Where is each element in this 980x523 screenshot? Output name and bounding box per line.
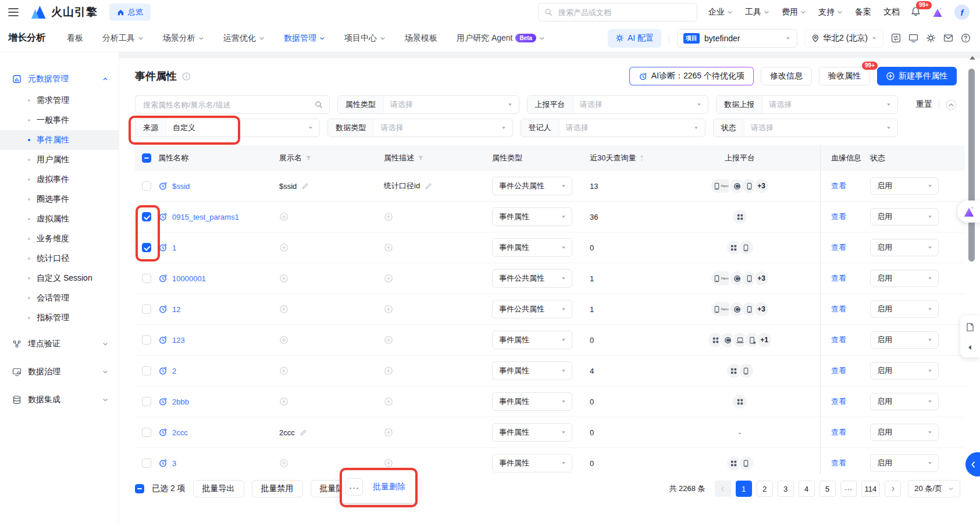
ai-config-button[interactable]: AI 配置 (608, 29, 661, 48)
add-description-button[interactable] (384, 397, 393, 406)
filter-登记人[interactable]: 登记人请选择 (521, 119, 705, 137)
status-select[interactable]: 启用 (870, 331, 939, 349)
page-button-114[interactable]: 114 (861, 481, 881, 497)
next-page-button[interactable] (885, 481, 901, 497)
topbar-menu-3[interactable]: 费用 (782, 7, 806, 17)
sidebar-section-3[interactable]: 数据治理 (0, 360, 119, 384)
nav-item-5[interactable]: 数据管理 (284, 33, 325, 44)
page-button-1[interactable]: 1 (736, 481, 752, 497)
scrollbar-thumb[interactable] (968, 69, 975, 262)
add-description-button[interactable] (384, 274, 393, 283)
edit-pencil-icon[interactable] (425, 182, 432, 190)
document-icon[interactable] (965, 323, 975, 332)
topbar-menu-6[interactable]: 文档 (883, 7, 900, 17)
modify-info-button[interactable]: 修改信息 (761, 67, 812, 85)
ai-assistant-icon[interactable] (932, 7, 943, 17)
property-name-link[interactable]: 3 (172, 459, 176, 468)
sidebar-item-虚拟事件[interactable]: 虚拟事件 (0, 170, 119, 189)
status-select[interactable]: 启用 (870, 177, 939, 195)
property-name-link[interactable]: 1 (172, 243, 176, 252)
reset-button[interactable]: 重置 (916, 99, 932, 110)
property-type-select[interactable]: 事件属性 (492, 207, 572, 226)
edit-pencil-icon[interactable] (300, 429, 307, 436)
sidebar-item-事件属性[interactable]: 事件属性 (0, 130, 119, 150)
property-name-link[interactable]: 2bbb (172, 397, 189, 406)
view-lineage-link[interactable]: 查看 (831, 181, 846, 191)
property-name-link[interactable]: 2 (172, 367, 176, 375)
project-selector[interactable]: 项目 bytefinder (677, 29, 797, 48)
overview-button[interactable]: 总览 (109, 3, 151, 21)
product-search-input[interactable] (557, 8, 691, 17)
region-selector[interactable]: 华北2 (北京) (805, 29, 883, 48)
page-button-5[interactable]: 5 (819, 481, 836, 497)
ai-diagnosis-button[interactable]: AI诊断：2265 个待优化项 (629, 67, 754, 85)
sidebar-item-自定义 Session[interactable]: 自定义 Session (0, 268, 119, 288)
product-search-box[interactable] (538, 3, 697, 22)
view-lineage-link[interactable]: 查看 (831, 242, 846, 253)
property-search-box[interactable] (135, 95, 330, 114)
sidebar-section-2[interactable]: 埋点验证 (0, 332, 119, 356)
property-name-link[interactable]: 2ccc (172, 428, 188, 437)
status-select[interactable]: 启用 (870, 300, 939, 318)
scrollbar-up-arrow[interactable] (970, 56, 975, 60)
status-select[interactable]: 启用 (870, 270, 939, 287)
sidebar-item-业务维度[interactable]: 业务维度 (0, 229, 119, 249)
status-select[interactable]: 启用 (870, 208, 939, 225)
property-type-select[interactable]: 事件公共属性 (492, 269, 572, 288)
collapse-filters-button[interactable] (946, 99, 957, 110)
view-lineage-link[interactable]: 查看 (831, 212, 846, 222)
topbar-menu-5[interactable]: 备案 (855, 7, 871, 17)
avatar[interactable]: f (954, 5, 970, 20)
more-actions-button[interactable]: ··· (345, 478, 363, 496)
help-icon[interactable] (961, 33, 971, 43)
row-checkbox[interactable] (142, 397, 151, 406)
nav-item-3[interactable]: 场景分析 (163, 33, 204, 44)
property-type-select[interactable]: 事件属性 (492, 238, 572, 257)
filter-数据上报[interactable]: 数据上报请选择 (716, 95, 898, 114)
info-icon[interactable] (182, 72, 191, 81)
select-all-checkbox[interactable] (135, 484, 144, 493)
sidebar-item-统计口径[interactable]: 统计口径 (0, 249, 119, 268)
sidebar-item-一般事件[interactable]: 一般事件 (0, 110, 119, 130)
view-lineage-link[interactable]: 查看 (831, 273, 846, 284)
gear-icon[interactable] (926, 33, 936, 43)
row-checkbox[interactable] (142, 366, 151, 375)
property-name-link[interactable]: $ssid (172, 182, 190, 191)
row-checkbox[interactable] (142, 181, 151, 191)
property-name-link[interactable]: 0915_test_params1 (172, 213, 239, 221)
usage-clock-icon[interactable] (158, 181, 168, 191)
sidebar-section-4[interactable]: 数据集成 (0, 388, 119, 411)
sidebar-section-1[interactable]: 元数据管理 (0, 67, 119, 91)
sidebar-item-虚拟属性[interactable]: 虚拟属性 (0, 209, 119, 229)
select-all-checkbox[interactable] (142, 153, 151, 163)
property-name-link[interactable]: 123 (172, 336, 185, 345)
add-description-button[interactable] (384, 243, 393, 252)
status-select[interactable]: 启用 (870, 454, 939, 472)
usage-clock-icon[interactable] (158, 274, 168, 283)
add-description-button[interactable] (384, 305, 393, 314)
view-lineage-link[interactable]: 查看 (831, 335, 846, 345)
row-checkbox[interactable] (142, 243, 151, 252)
usage-clock-icon[interactable] (158, 335, 168, 345)
sidebar-item-圈选事件[interactable]: 圈选事件 (0, 189, 119, 209)
add-description-button[interactable] (384, 428, 393, 437)
row-checkbox[interactable] (142, 274, 151, 283)
view-lineage-link[interactable]: 查看 (831, 396, 846, 407)
usage-clock-icon[interactable] (158, 397, 168, 406)
row-checkbox[interactable] (142, 428, 151, 437)
filter-funnel-icon[interactable] (418, 155, 424, 162)
view-lineage-link[interactable]: 查看 (831, 304, 846, 314)
row-checkbox[interactable] (142, 212, 151, 221)
hamburger-menu-icon[interactable] (8, 8, 19, 16)
page-button-4[interactable]: 4 (799, 481, 815, 497)
usage-clock-icon[interactable] (158, 305, 168, 314)
batch-disable-button[interactable]: 批量禁用 (252, 480, 303, 497)
filter-来源[interactable]: 来源自定义 (135, 119, 320, 137)
status-select[interactable]: 启用 (870, 393, 939, 410)
sidebar-item-需求管理[interactable]: 需求管理 (0, 91, 119, 110)
page-ellipsis-button[interactable]: ··· (840, 481, 857, 497)
property-type-select[interactable]: 事件属性 (492, 454, 572, 472)
ai-mascot-button[interactable] (957, 200, 980, 223)
property-type-select[interactable]: 事件属性 (492, 423, 572, 442)
add-display-name-button[interactable] (279, 458, 288, 468)
